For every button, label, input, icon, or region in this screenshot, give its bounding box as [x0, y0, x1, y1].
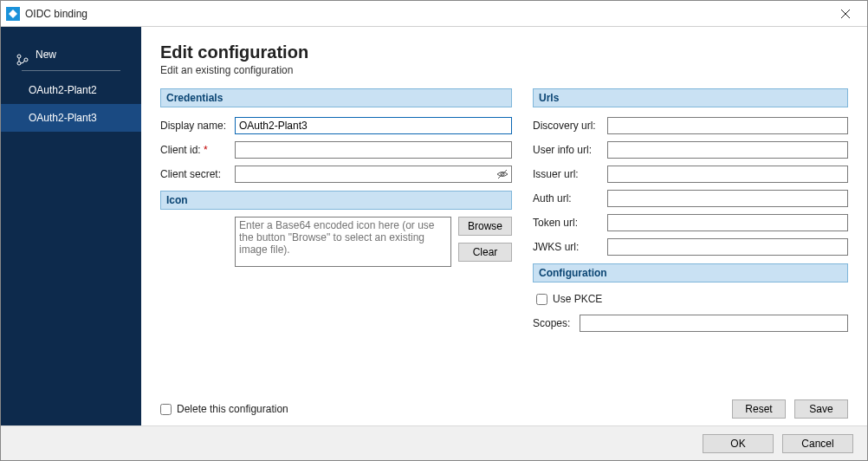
page-subtitle: Edit an existing configuration	[160, 64, 848, 76]
svg-point-2	[17, 62, 21, 65]
scopes-row: Scopes:	[533, 312, 848, 334]
client-secret-input[interactable]	[235, 166, 512, 183]
sidebar: New OAuth2-Plant2 OAuth2-Plant3	[1, 27, 141, 425]
eye-slash-icon	[496, 167, 509, 181]
clear-button[interactable]: Clear	[458, 243, 512, 262]
label-client-id: Client id: *	[160, 144, 235, 156]
delete-config-row: Delete this configuration	[160, 403, 288, 415]
label-display-name: Display name:	[160, 120, 235, 132]
svg-point-3	[24, 58, 28, 62]
app-icon	[6, 7, 20, 21]
use-pkce-row: Use PKCE	[533, 289, 848, 308]
delete-config-label: Delete this configuration	[177, 403, 288, 415]
sidebar-item-plant2[interactable]: OAuth2-Plant2	[1, 76, 141, 104]
browse-button[interactable]: Browse	[458, 217, 512, 236]
sidebar-new-label: New	[36, 41, 56, 68]
icon-buttons: Browse Clear	[458, 217, 512, 267]
use-pkce-checkbox[interactable]	[536, 294, 547, 305]
label-issuer-url: Issuer url:	[533, 168, 607, 180]
sidebar-new[interactable]: New	[1, 41, 141, 68]
reset-button[interactable]: Reset	[732, 399, 786, 419]
section-config-head: Configuration	[533, 263, 848, 282]
body-area: New OAuth2-Plant2 OAuth2-Plant3 Edit con…	[1, 27, 867, 425]
field-client-id: Client id: *	[160, 139, 512, 161]
section-icon-head: Icon	[160, 191, 512, 210]
columns: Credentials Display name: Client id: * C…	[160, 88, 848, 334]
title-bar: OIDC binding	[1, 1, 867, 27]
page-title: Edit configuration	[160, 42, 848, 62]
label-scopes: Scopes:	[533, 317, 580, 329]
content-panel: Edit configuration Edit an existing conf…	[141, 27, 867, 425]
jwks-url-input[interactable]	[607, 238, 848, 256]
sidebar-separator	[22, 70, 120, 71]
field-display-name: Display name:	[160, 114, 512, 137]
dialog-button-bar: OK Cancel	[1, 425, 867, 460]
use-pkce-label: Use PKCE	[553, 293, 602, 305]
lower-bar: Delete this configuration Reset Save	[141, 399, 867, 419]
svg-point-1	[17, 55, 21, 58]
section-credentials-head: Credentials	[160, 88, 512, 107]
field-client-secret: Client secret:	[160, 163, 512, 185]
ok-button[interactable]: OK	[703, 434, 774, 453]
scopes-input[interactable]	[580, 315, 848, 332]
cancel-button[interactable]: Cancel	[782, 434, 853, 453]
save-button[interactable]: Save	[794, 399, 848, 419]
client-id-input[interactable]	[235, 141, 512, 159]
column-left: Credentials Display name: Client id: * C…	[160, 88, 512, 334]
label-user-info-url: User info url:	[533, 144, 607, 156]
display-name-input[interactable]	[235, 117, 512, 134]
label-jwks-url: JWKS url:	[533, 241, 607, 253]
label-auth-url: Auth url:	[533, 192, 607, 205]
icon-area: Browse Clear	[160, 217, 512, 267]
reveal-secret-button[interactable]	[495, 166, 510, 182]
user-info-url-input[interactable]	[607, 141, 848, 159]
close-icon	[841, 10, 850, 18]
section-urls-head: Urls	[533, 88, 848, 107]
window-title: OIDC binding	[25, 1, 826, 27]
required-mark: *	[204, 144, 208, 156]
delete-config-checkbox[interactable]	[160, 404, 172, 415]
column-right: Urls Discovery url: User info url: Issue…	[533, 88, 848, 334]
sidebar-item-label: OAuth2-Plant2	[29, 76, 97, 104]
urls-group: Discovery url: User info url: Issuer url…	[533, 114, 848, 258]
token-url-input[interactable]	[607, 214, 848, 231]
sidebar-item-plant3[interactable]: OAuth2-Plant3	[1, 104, 141, 132]
sidebar-item-label: OAuth2-Plant3	[29, 104, 97, 132]
label-token-url: Token url:	[533, 217, 607, 229]
auth-url-input[interactable]	[607, 190, 848, 207]
close-button[interactable]	[826, 1, 865, 26]
branch-icon	[16, 49, 29, 61]
icon-textarea[interactable]	[235, 217, 451, 267]
label-client-secret: Client secret:	[160, 168, 235, 180]
issuer-url-input[interactable]	[607, 166, 848, 183]
discovery-url-input[interactable]	[607, 117, 848, 134]
label-discovery-url: Discovery url:	[533, 120, 607, 132]
